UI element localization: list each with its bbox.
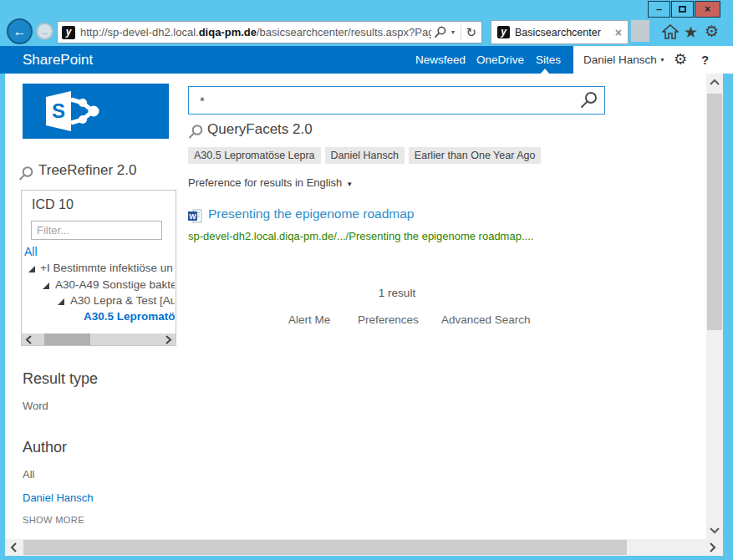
scroll-right-icon[interactable] bbox=[709, 542, 716, 552]
facet-list: A30.5 Lepromatöse Lepra Daniel Hansch Ea… bbox=[188, 147, 541, 164]
suite-link-newsfeed[interactable]: Newsfeed bbox=[415, 46, 466, 74]
tree-all-link[interactable]: All bbox=[24, 245, 38, 258]
tree-node[interactable]: A30-A49 Sonstige bakter bbox=[22, 277, 175, 293]
scroll-up-icon[interactable] bbox=[710, 79, 720, 86]
tree-expand-icon[interactable] bbox=[58, 298, 64, 305]
url-suffix: /basicsearchcenter/results.aspx?PageView… bbox=[257, 26, 431, 38]
search-input[interactable] bbox=[189, 87, 573, 114]
refiner-result-type-title: Result type bbox=[23, 370, 98, 388]
tree-refiner-title: TreeRefiner 2.0 bbox=[38, 162, 136, 179]
tree-heading: ICD 10 bbox=[32, 197, 74, 212]
vertical-scrollbar[interactable] bbox=[706, 74, 723, 539]
query-facets-magnifier-icon bbox=[187, 124, 203, 143]
svg-text:W: W bbox=[189, 212, 196, 221]
minimize-icon: – bbox=[656, 3, 662, 15]
result-title-link[interactable]: Presenting the epigenome roadmap bbox=[208, 206, 414, 221]
back-arrow-icon: ← bbox=[13, 24, 27, 39]
tree-node-label[interactable]: A30.5 Lepromatö bbox=[84, 310, 175, 323]
scroll-right-icon[interactable] bbox=[165, 335, 172, 344]
user-menu-caret-icon: ▼ bbox=[659, 57, 665, 63]
word-file-icon: W bbox=[188, 209, 202, 227]
result-url: sp-devel-dh2.local.diqa-pm.de/.../Presen… bbox=[188, 230, 533, 242]
address-search-icon[interactable] bbox=[434, 26, 446, 38]
help-icon[interactable]: ? bbox=[701, 46, 709, 74]
forward-button[interactable]: → bbox=[36, 23, 53, 40]
minimize-button[interactable]: – bbox=[648, 1, 670, 18]
facet-tag[interactable]: Daniel Hansch bbox=[325, 147, 405, 164]
alert-me-link[interactable]: Alert Me bbox=[288, 313, 330, 326]
site-settings-gear-icon[interactable]: ⚙ bbox=[674, 46, 687, 74]
url-prefix: http://sp-devel-dh2.local. bbox=[80, 26, 199, 38]
tree-expand-icon[interactable] bbox=[43, 283, 49, 289]
address-bar[interactable]: y http://sp-devel-dh2.local.diqa-pm.de/b… bbox=[57, 21, 482, 43]
tab-title: Basicsearchcenter bbox=[515, 27, 612, 38]
url-text[interactable]: http://sp-devel-dh2.local.diqa-pm.de/bas… bbox=[80, 26, 431, 38]
search-box bbox=[188, 86, 605, 115]
close-icon: × bbox=[705, 3, 710, 15]
language-preference-value[interactable]: English bbox=[307, 176, 343, 189]
browser-tab[interactable]: y Basicsearchcenter × bbox=[491, 20, 629, 44]
site-favicon: y bbox=[62, 26, 75, 39]
scroll-down-icon[interactable] bbox=[710, 527, 720, 534]
scroll-left-icon[interactable] bbox=[25, 335, 33, 344]
tree-filter-input[interactable] bbox=[31, 221, 162, 240]
close-button[interactable]: × bbox=[695, 1, 720, 18]
tree-node[interactable]: A30 Lepra & Test [Au bbox=[22, 293, 175, 309]
page-content: S TreeRefiner 2.0 ICD 10 All +I Bestimmt… bbox=[5, 74, 706, 539]
tree-node-selected[interactable]: A30.5 Lepromatö bbox=[22, 309, 175, 325]
scroll-left-icon[interactable] bbox=[10, 542, 18, 552]
browser-window: – × ← → y http://sp-devel-dh2.local.diqa… bbox=[0, 0, 733, 560]
tree-node-label[interactable]: A30 Lepra & Test [Au bbox=[70, 294, 175, 307]
back-button[interactable]: ← bbox=[7, 18, 33, 44]
language-preference: Preference for results in English▼ bbox=[188, 176, 353, 189]
language-dropdown-caret-icon[interactable]: ▼ bbox=[346, 181, 353, 188]
svg-text:S: S bbox=[52, 99, 65, 122]
sharepoint-logo-icon: S bbox=[44, 89, 111, 133]
tree-horizontal-scrollbar[interactable] bbox=[22, 333, 176, 346]
show-more-link[interactable]: SHOW MORE bbox=[23, 515, 84, 525]
address-divider bbox=[461, 25, 461, 40]
preferences-link[interactable]: Preferences bbox=[358, 313, 419, 326]
browser-settings-gear-icon[interactable]: ⚙ bbox=[705, 22, 719, 41]
vertical-scrollbar-thumb[interactable] bbox=[707, 94, 722, 330]
forward-arrow-icon: → bbox=[40, 27, 49, 37]
query-facets-title: QueryFacets 2.0 bbox=[207, 121, 313, 138]
facet-tag[interactable]: Earlier than One Year Ago bbox=[409, 147, 542, 164]
advanced-search-link[interactable]: Advanced Search bbox=[441, 313, 531, 326]
user-menu[interactable]: Daniel Hansch bbox=[583, 46, 657, 74]
tree-refiner-panel: ICD 10 All +I Bestimmte infektiöse un A3… bbox=[21, 190, 176, 346]
refiner-author-title: Author bbox=[23, 439, 67, 456]
tree-node-label[interactable]: A30-A49 Sonstige bakter bbox=[55, 278, 175, 291]
refiner-value-word[interactable]: Word bbox=[23, 400, 48, 412]
search-button[interactable] bbox=[579, 91, 598, 113]
refresh-icon[interactable]: ↻ bbox=[466, 25, 476, 40]
home-icon[interactable] bbox=[662, 24, 679, 43]
suite-link-onedrive[interactable]: OneDrive bbox=[476, 46, 524, 74]
url-domain: diqa-pm.de bbox=[199, 26, 257, 38]
sharepoint-logo-tile[interactable]: S bbox=[23, 84, 169, 139]
tab-favicon: y bbox=[497, 26, 510, 38]
suite-bar-blue-region: SharePoint Newsfeed OneDrive Sites bbox=[0, 46, 573, 74]
address-dropdown-icon[interactable]: ▼ bbox=[450, 29, 456, 35]
horizontal-scrollbar-thumb[interactable] bbox=[23, 540, 627, 555]
sharepoint-brand: SharePoint bbox=[23, 46, 93, 74]
tab-close-icon[interactable]: × bbox=[615, 26, 622, 39]
new-tab-button[interactable] bbox=[631, 20, 649, 42]
tree-node-label[interactable]: +I Bestimmte infektiöse un bbox=[40, 262, 173, 274]
tree-scrollbar-thumb[interactable] bbox=[44, 333, 90, 346]
suite-bar: SharePoint Newsfeed OneDrive Sites Danie… bbox=[0, 46, 733, 74]
maximize-button[interactable] bbox=[671, 1, 694, 18]
facet-tag[interactable]: A30.5 Lepromatöse Lepra bbox=[188, 147, 321, 164]
tree-node[interactable]: +I Bestimmte infektiöse un bbox=[22, 261, 175, 277]
maximize-icon bbox=[679, 6, 686, 13]
language-preference-label: Preference for results in bbox=[188, 176, 303, 189]
refiner-value-daniel-hansch[interactable]: Daniel Hansch bbox=[23, 491, 94, 504]
favorites-star-icon[interactable]: ★ bbox=[684, 23, 698, 42]
result-count: 1 result bbox=[188, 287, 606, 299]
refiner-value-all[interactable]: All bbox=[23, 468, 34, 481]
horizontal-scrollbar[interactable] bbox=[5, 539, 723, 556]
tree-expand-icon[interactable] bbox=[28, 266, 35, 272]
tree-refiner-magnifier-icon bbox=[18, 165, 33, 185]
